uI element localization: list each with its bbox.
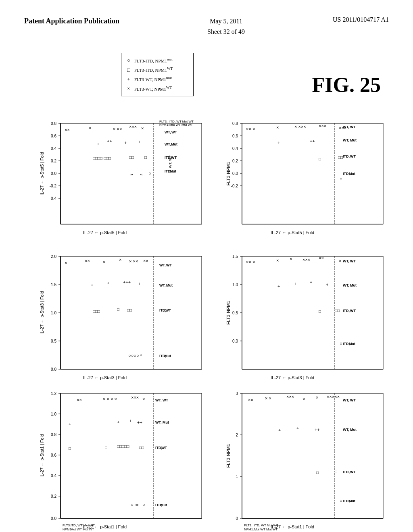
svg-text:1: 1: [236, 474, 238, 479]
svg-text:FLT3-NPM1: FLT3-NPM1: [226, 162, 231, 186]
svg-text:×: ×: [276, 125, 279, 130]
svg-text:+++: +++: [123, 280, 131, 285]
svg-text:0.2: 0.2: [51, 159, 56, 163]
svg-text:-0.2: -0.2: [231, 184, 238, 188]
svg-text:1.0: 1.0: [51, 311, 56, 315]
svg-text:WT: WT: [171, 130, 177, 134]
svg-text:□□: □□: [335, 308, 340, 313]
figure-label: FIG. 25: [312, 73, 381, 97]
svg-text:○: ○: [340, 341, 342, 346]
svg-text:× ××: × ××: [129, 259, 138, 264]
svg-text:× ××: × ××: [113, 127, 122, 131]
svg-text:+: +: [124, 140, 127, 145]
svg-text:NPM1:: NPM1:: [244, 528, 254, 531]
svg-text:□: □: [319, 309, 321, 314]
svg-text:+: +: [91, 283, 93, 287]
svg-text:×: ×: [339, 258, 341, 263]
svg-text:×××: ×××: [286, 394, 294, 399]
svg-text:Mut: Mut: [166, 283, 173, 287]
svg-text:FLT3:: FLT3:: [63, 524, 71, 527]
svg-text:0.2: 0.2: [232, 159, 238, 163]
date: May 5, 2011: [207, 16, 245, 27]
svg-text:× × × ×: × × × ×: [103, 397, 117, 401]
svg-text:WT,: WT,: [155, 398, 162, 402]
svg-text:WT,: WT,: [343, 398, 349, 402]
svg-text:○: ○: [131, 502, 133, 507]
svg-text:××: ××: [319, 256, 324, 260]
svg-rect-206: [242, 393, 383, 518]
svg-text:WT: WT: [165, 308, 171, 312]
svg-text:0.0: 0.0: [232, 171, 238, 176]
svg-text:FLT3-NPM1: FLT3-NPM1: [226, 301, 231, 325]
svg-text:□□: □□: [338, 155, 343, 160]
figure-area: FIG. 25 ○ FLT3-ITD, NPM1mut □ FLT3-ITD, …: [24, 49, 389, 524]
legend-symbol-square: □: [125, 65, 132, 75]
svg-text:WT,: WT,: [159, 263, 166, 267]
svg-text:IL-27 ← p-Stat3 | Fold: IL-27 ← p-Stat3 | Fold: [83, 375, 127, 380]
svg-text:0.6: 0.6: [232, 134, 238, 138]
svg-text:IL-27 ← p-Stat3 | Fold: IL-27 ← p-Stat3 | Fold: [271, 375, 314, 380]
svg-text:WT,: WT,: [165, 130, 171, 134]
svg-text:FLT3-NPM1: FLT3-NPM1: [226, 444, 231, 468]
legend-text-2: FLT3-ITD, NPM1WT: [134, 65, 173, 74]
svg-text:Mut: Mut: [161, 503, 167, 507]
legend-symbol-plus: +: [125, 75, 132, 84]
svg-text:0.0: 0.0: [51, 367, 56, 372]
svg-text:□□: □□: [127, 308, 132, 312]
svg-text:Mut: Mut: [163, 420, 169, 424]
svg-text:ITD,: ITD,: [343, 309, 350, 313]
svg-text:Mut: Mut: [349, 342, 355, 346]
svg-text:×: ×: [141, 126, 144, 131]
svg-text:ITD,: ITD,: [343, 470, 350, 474]
svg-text:Mut: Mut: [349, 499, 355, 503]
svg-text:+: +: [278, 428, 281, 432]
svg-text:××: ××: [65, 127, 70, 132]
svg-text:WT,: WT,: [343, 283, 349, 287]
svg-text:FLT3:: FLT3:: [244, 524, 252, 527]
svg-text:WT,: WT,: [343, 138, 349, 142]
svg-text:+: +: [310, 280, 312, 285]
svg-text:1.0: 1.0: [51, 412, 56, 416]
publication-title: Patent Application Publication: [24, 16, 119, 26]
svg-text:+: +: [117, 420, 119, 424]
svg-text:○: ○: [148, 171, 151, 176]
svg-text:×× ×: ×× ×: [246, 127, 255, 131]
svg-text:ITD, WT Mut WT: ITD, WT Mut WT: [71, 524, 95, 527]
legend-text-1: FLT3-ITD, NPM1mut: [134, 56, 173, 65]
svg-text:□: □: [319, 157, 321, 161]
svg-text:IL-27 ← p-Stat5 | Fold: IL-27 ← p-Stat5 | Fold: [83, 230, 127, 235]
legend-item-4: × FLT3-WT, NPM1WT: [125, 84, 189, 93]
svg-text:IL-27 ← p-Stat3 | Fold: IL-27 ← p-Stat3 | Fold: [40, 291, 44, 335]
svg-text:×: ×: [65, 260, 67, 265]
svg-text:0.8: 0.8: [51, 432, 56, 437]
svg-text:Mut WT Mut WT: Mut WT Mut WT: [71, 528, 94, 531]
svg-text:WT: WT: [163, 398, 168, 402]
svg-text:×× ×: ×× ×: [246, 260, 255, 264]
svg-text:0.8: 0.8: [232, 121, 238, 126]
svg-text:WT,: WT,: [165, 142, 171, 146]
svg-rect-84: [60, 256, 202, 369]
svg-text:+: +: [69, 422, 71, 426]
legend-symbol-circle: ○: [125, 56, 132, 65]
svg-text:1.2: 1.2: [51, 391, 56, 396]
svg-text:○: ○: [340, 498, 342, 503]
svg-text:WT: WT: [350, 154, 356, 158]
legend-text-3: FLT3-WT, NPM1mut: [134, 75, 172, 83]
legend-symbol-cross: ×: [125, 84, 132, 93]
svg-text:WT,: WT,: [155, 420, 162, 424]
sheet-info: Sheet 32 of 49: [207, 27, 245, 37]
svg-text:××: ××: [85, 258, 90, 263]
svg-text:○: ○: [142, 502, 145, 507]
header-center: May 5, 2011 Sheet 32 of 49: [207, 16, 245, 37]
svg-text:WT,: WT,: [343, 125, 349, 129]
svg-text:WT, WT: WT, WT: [168, 155, 172, 168]
svg-text:□□: □□: [129, 155, 134, 160]
svg-text:+: +: [138, 139, 141, 144]
svg-text:□: □: [117, 307, 119, 312]
svg-text:ITD, WT Mut WT: ITD, WT Mut WT: [254, 524, 278, 527]
svg-text:× ×: × ×: [265, 396, 271, 401]
svg-text:++: ++: [315, 427, 320, 432]
svg-text:0.2: 0.2: [51, 494, 56, 499]
svg-text:2: 2: [236, 433, 238, 437]
svg-text:0.0: 0.0: [232, 339, 238, 343]
